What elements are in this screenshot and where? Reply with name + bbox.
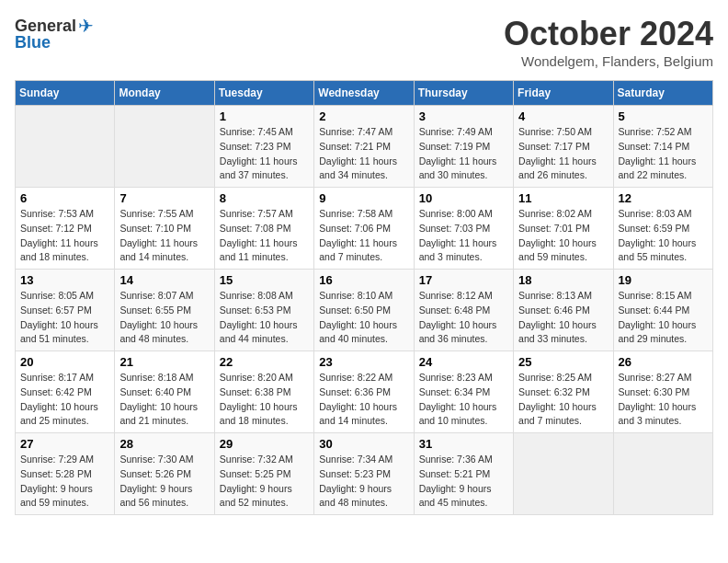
day-info: Sunrise: 8:17 AMSunset: 6:42 PMDaylight:… [20,372,98,426]
day-number: 9 [319,191,408,205]
day-info: Sunrise: 7:36 AMSunset: 5:21 PMDaylight:… [419,454,493,508]
calendar-cell: 28Sunrise: 7:30 AMSunset: 5:26 PMDayligh… [115,433,214,515]
calendar-cell [613,433,712,515]
page-header: General ✈ Blue October 2024 Wondelgem, F… [15,15,713,69]
day-number: 4 [518,109,608,123]
day-number: 17 [419,273,508,287]
calendar-cell: 23Sunrise: 8:22 AMSunset: 6:36 PMDayligh… [314,351,414,433]
day-number: 1 [220,109,309,123]
header-row: SundayMondayTuesdayWednesdayThursdayFrid… [16,81,713,106]
day-info: Sunrise: 8:27 AMSunset: 6:30 PMDaylight:… [619,372,697,426]
day-header-thursday: Thursday [414,81,513,106]
day-info: Sunrise: 7:58 AMSunset: 7:06 PMDaylight:… [319,208,397,262]
calendar-cell: 11Sunrise: 8:02 AMSunset: 7:01 PMDayligh… [514,188,613,270]
day-info: Sunrise: 7:57 AMSunset: 7:08 PMDaylight:… [220,208,298,262]
day-number: 19 [619,273,708,287]
day-info: Sunrise: 7:50 AMSunset: 7:17 PMDaylight:… [518,126,597,180]
day-number: 21 [119,355,209,369]
day-info: Sunrise: 8:07 AMSunset: 6:55 PMDaylight:… [119,290,198,344]
day-info: Sunrise: 7:55 AMSunset: 7:10 PMDaylight:… [119,208,198,262]
day-header-monday: Monday [115,81,214,106]
calendar-cell: 16Sunrise: 8:10 AMSunset: 6:50 PMDayligh… [314,270,414,351]
day-number: 12 [619,191,708,205]
calendar-cell: 6Sunrise: 7:53 AMSunset: 7:12 PMDaylight… [16,188,115,270]
week-row-5: 27Sunrise: 7:29 AMSunset: 5:28 PMDayligh… [16,433,713,515]
calendar-cell: 19Sunrise: 8:15 AMSunset: 6:44 PMDayligh… [613,270,712,351]
logo-blue-text: Blue [15,33,51,52]
day-number: 5 [619,109,708,123]
week-row-4: 20Sunrise: 8:17 AMSunset: 6:42 PMDayligh… [16,351,713,433]
calendar-cell: 30Sunrise: 7:34 AMSunset: 5:23 PMDayligh… [314,433,414,515]
day-number: 27 [20,437,109,451]
day-number: 24 [419,355,508,369]
calendar-cell: 3Sunrise: 7:49 AMSunset: 7:19 PMDaylight… [414,106,513,188]
day-header-friday: Friday [514,81,613,106]
day-info: Sunrise: 8:23 AMSunset: 6:34 PMDaylight:… [419,372,497,426]
calendar-cell: 17Sunrise: 8:12 AMSunset: 6:48 PMDayligh… [414,270,513,351]
location-subtitle: Wondelgem, Flanders, Belgium [504,53,713,69]
calendar-cell: 21Sunrise: 8:18 AMSunset: 6:40 PMDayligh… [115,351,214,433]
day-number: 13 [20,273,109,287]
day-header-sunday: Sunday [16,81,115,106]
calendar-cell: 14Sunrise: 8:07 AMSunset: 6:55 PMDayligh… [115,270,214,351]
calendar-cell: 29Sunrise: 7:32 AMSunset: 5:25 PMDayligh… [214,433,313,515]
day-info: Sunrise: 8:18 AMSunset: 6:40 PMDaylight:… [119,372,198,426]
calendar-cell: 20Sunrise: 8:17 AMSunset: 6:42 PMDayligh… [16,351,115,433]
calendar-cell: 25Sunrise: 8:25 AMSunset: 6:32 PMDayligh… [514,351,613,433]
week-row-3: 13Sunrise: 8:05 AMSunset: 6:57 PMDayligh… [16,270,713,351]
day-number: 31 [419,437,508,451]
day-number: 20 [20,355,109,369]
calendar-cell: 27Sunrise: 7:29 AMSunset: 5:28 PMDayligh… [16,433,115,515]
day-info: Sunrise: 8:13 AMSunset: 6:46 PMDaylight:… [518,290,597,344]
calendar-cell: 18Sunrise: 8:13 AMSunset: 6:46 PMDayligh… [514,270,613,351]
week-row-2: 6Sunrise: 7:53 AMSunset: 7:12 PMDaylight… [16,188,713,270]
calendar-cell [115,106,214,188]
day-number: 16 [319,273,408,287]
day-info: Sunrise: 8:05 AMSunset: 6:57 PMDaylight:… [20,290,98,344]
calendar-cell: 12Sunrise: 8:03 AMSunset: 6:59 PMDayligh… [613,188,712,270]
day-info: Sunrise: 8:10 AMSunset: 6:50 PMDaylight:… [319,290,397,344]
day-header-tuesday: Tuesday [214,81,313,106]
day-info: Sunrise: 8:12 AMSunset: 6:48 PMDaylight:… [419,290,497,344]
day-header-saturday: Saturday [613,81,712,106]
title-section: October 2024 Wondelgem, Flanders, Belgiu… [504,15,713,69]
day-info: Sunrise: 8:00 AMSunset: 7:03 PMDaylight:… [419,208,497,262]
day-info: Sunrise: 8:03 AMSunset: 6:59 PMDaylight:… [619,208,697,262]
day-number: 28 [119,437,209,451]
calendar-cell: 24Sunrise: 8:23 AMSunset: 6:34 PMDayligh… [414,351,513,433]
calendar-table: SundayMondayTuesdayWednesdayThursdayFrid… [15,80,713,515]
day-info: Sunrise: 8:08 AMSunset: 6:53 PMDaylight:… [220,290,298,344]
logo: General ✈ Blue [15,15,94,52]
day-number: 15 [220,273,309,287]
day-header-wednesday: Wednesday [314,81,414,106]
calendar-cell: 1Sunrise: 7:45 AMSunset: 7:23 PMDaylight… [214,106,313,188]
day-number: 29 [220,437,309,451]
day-number: 26 [619,355,708,369]
calendar-cell: 26Sunrise: 8:27 AMSunset: 6:30 PMDayligh… [613,351,712,433]
day-info: Sunrise: 7:32 AMSunset: 5:25 PMDaylight:… [220,454,293,508]
calendar-cell: 4Sunrise: 7:50 AMSunset: 7:17 PMDaylight… [514,106,613,188]
day-number: 2 [319,109,408,123]
day-number: 25 [518,355,608,369]
day-number: 11 [518,191,608,205]
day-info: Sunrise: 7:49 AMSunset: 7:19 PMDaylight:… [419,126,497,180]
calendar-cell: 7Sunrise: 7:55 AMSunset: 7:10 PMDaylight… [115,188,214,270]
calendar-cell: 13Sunrise: 8:05 AMSunset: 6:57 PMDayligh… [16,270,115,351]
day-number: 22 [220,355,309,369]
day-info: Sunrise: 8:25 AMSunset: 6:32 PMDaylight:… [518,372,597,426]
day-number: 7 [119,191,209,205]
day-info: Sunrise: 8:22 AMSunset: 6:36 PMDaylight:… [319,372,397,426]
day-number: 14 [119,273,209,287]
day-number: 18 [518,273,608,287]
day-info: Sunrise: 7:45 AMSunset: 7:23 PMDaylight:… [220,126,298,180]
day-info: Sunrise: 8:02 AMSunset: 7:01 PMDaylight:… [518,208,597,262]
month-title: October 2024 [504,15,713,53]
day-number: 8 [220,191,309,205]
calendar-cell: 9Sunrise: 7:58 AMSunset: 7:06 PMDaylight… [314,188,414,270]
calendar-cell [514,433,613,515]
day-info: Sunrise: 7:34 AMSunset: 5:23 PMDaylight:… [319,454,392,508]
calendar-cell: 5Sunrise: 7:52 AMSunset: 7:14 PMDaylight… [613,106,712,188]
logo-bird-icon: ✈ [78,15,94,37]
day-info: Sunrise: 7:52 AMSunset: 7:14 PMDaylight:… [619,126,697,180]
day-info: Sunrise: 7:30 AMSunset: 5:26 PMDaylight:… [119,454,193,508]
